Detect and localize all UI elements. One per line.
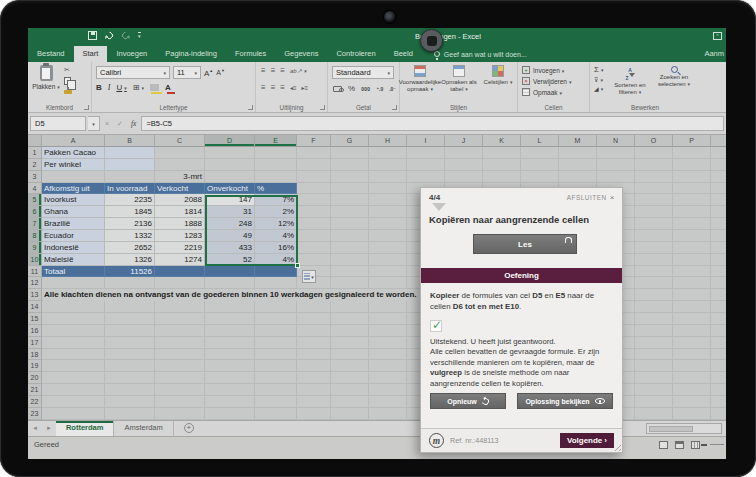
cell-L3[interactable] <box>521 171 559 183</box>
ribbon-tab-start[interactable]: Start <box>74 46 108 62</box>
cell-E2[interactable] <box>255 159 297 171</box>
column-header-F[interactable]: F <box>297 135 331 147</box>
row-header-15[interactable]: 15 <box>28 313 42 325</box>
column-header-Q[interactable]: Q <box>711 135 726 147</box>
cell-Q23[interactable] <box>711 408 726 420</box>
cell-G7[interactable] <box>331 218 369 230</box>
fill-color-icon[interactable] <box>150 84 159 91</box>
cell-L2[interactable] <box>521 159 559 171</box>
font-dialog-launcher-icon[interactable] <box>248 105 253 110</box>
row-header-19[interactable]: 19 <box>28 360 42 372</box>
cell-F6[interactable] <box>297 206 331 218</box>
cell-H23[interactable] <box>369 408 407 420</box>
cell-M1[interactable] <box>559 147 597 159</box>
cancel-icon[interactable]: × <box>102 120 112 127</box>
cell-O8[interactable] <box>635 230 673 242</box>
cell-D15[interactable] <box>205 313 255 325</box>
column-header-L[interactable]: L <box>521 135 559 147</box>
cell-G21[interactable] <box>331 384 369 396</box>
ribbon-display-options-icon[interactable]: ⌃ <box>713 32 722 40</box>
cell-P14[interactable] <box>673 301 711 313</box>
cell-A21[interactable] <box>42 384 105 396</box>
cell-C16[interactable] <box>155 325 205 337</box>
cell-M3[interactable] <box>559 171 597 183</box>
cell-D10[interactable]: 52 <box>205 254 255 266</box>
cell-P2[interactable] <box>673 159 711 171</box>
cell-C7[interactable]: 1888 <box>155 218 205 230</box>
cell-E11[interactable] <box>255 266 297 278</box>
row-header-6[interactable]: 6 <box>28 206 42 218</box>
increase-decimal-icon[interactable]: ⁺.0 <box>376 86 383 92</box>
cell-E16[interactable] <box>255 325 297 337</box>
clipboard-dialog-launcher-icon[interactable] <box>84 105 89 110</box>
cell-Q13[interactable] <box>711 289 726 301</box>
cell-B5[interactable]: 2235 <box>105 194 155 206</box>
row-header-2[interactable]: 2 <box>28 159 42 171</box>
cell-E15[interactable] <box>255 313 297 325</box>
shrink-font-icon[interactable]: A▼ <box>216 68 225 76</box>
cell-C11[interactable] <box>155 266 205 278</box>
cell-C10[interactable]: 1274 <box>155 254 205 266</box>
align-top-icon[interactable]: ≡ <box>261 66 266 76</box>
cell-P13[interactable] <box>673 289 711 301</box>
cell-F2[interactable] <box>297 159 331 171</box>
row-header-12[interactable]: 12 <box>28 277 42 289</box>
cell-F23[interactable] <box>297 408 331 420</box>
cell-Q7[interactable] <box>711 218 726 230</box>
cell-F16[interactable] <box>297 325 331 337</box>
cell-B15[interactable] <box>105 313 155 325</box>
zoom-out-icon[interactable] <box>701 444 707 446</box>
grow-font-icon[interactable]: A▲ <box>204 68 213 78</box>
cell-L1[interactable] <box>521 147 559 159</box>
cell-H15[interactable] <box>369 313 407 325</box>
cell-E23[interactable] <box>255 408 297 420</box>
cell-O10[interactable] <box>635 254 673 266</box>
cell-A22[interactable] <box>42 396 105 408</box>
column-header-N[interactable]: N <box>597 135 635 147</box>
cell-B16[interactable] <box>105 325 155 337</box>
ribbon-tab-formules[interactable]: Formules <box>226 46 275 62</box>
cell-O11[interactable] <box>635 266 673 278</box>
next-button[interactable]: Volgende <box>560 433 614 448</box>
cell-Q18[interactable] <box>711 349 726 361</box>
cell-B21[interactable] <box>105 384 155 396</box>
cell-P8[interactable] <box>673 230 711 242</box>
ribbon-tab-pagina-indeling[interactable]: Pagina-indeling <box>156 46 226 62</box>
cell-H2[interactable] <box>369 159 407 171</box>
align-middle-icon[interactable]: ≡ <box>271 66 276 76</box>
cell-Q4[interactable] <box>711 183 726 195</box>
cell-Q21[interactable] <box>711 384 726 396</box>
column-header-C[interactable]: C <box>155 135 205 147</box>
bold-icon[interactable]: B <box>96 83 102 92</box>
cell-G23[interactable] <box>331 408 369 420</box>
cell-P10[interactable] <box>673 254 711 266</box>
cell-P15[interactable] <box>673 313 711 325</box>
cell-D17[interactable] <box>205 337 255 349</box>
cell-D22[interactable] <box>205 396 255 408</box>
accounting-format-icon[interactable] <box>333 86 342 92</box>
cell-D4[interactable]: Onverkocht <box>205 183 255 195</box>
cell-F7[interactable] <box>297 218 331 230</box>
cell-O23[interactable] <box>635 408 673 420</box>
cell-Q14[interactable] <box>711 301 726 313</box>
cell-N1[interactable] <box>597 147 635 159</box>
cell-O22[interactable] <box>635 396 673 408</box>
cell-H22[interactable] <box>369 396 407 408</box>
cell-A15[interactable] <box>42 313 105 325</box>
cell-H9[interactable] <box>369 242 407 254</box>
column-header-D[interactable]: D <box>205 135 255 147</box>
cell-K3[interactable] <box>483 171 521 183</box>
cell-P11[interactable] <box>673 266 711 278</box>
cell-P20[interactable] <box>673 372 711 384</box>
decrease-decimal-icon[interactable]: .0⁻ <box>389 86 396 92</box>
cell-C4[interactable]: Verkocht <box>155 183 205 195</box>
cell-O5[interactable] <box>635 194 673 206</box>
column-header-B[interactable]: B <box>105 135 155 147</box>
row-header-9[interactable]: 9 <box>28 242 42 254</box>
clear-icon[interactable]: ◢ <box>594 85 603 92</box>
undo-icon[interactable] <box>105 31 115 41</box>
cell-Q10[interactable] <box>711 254 726 266</box>
horizontal-scrollbar-thumb[interactable] <box>649 426 693 433</box>
cell-H14[interactable] <box>369 301 407 313</box>
cell-F18[interactable] <box>297 349 331 361</box>
